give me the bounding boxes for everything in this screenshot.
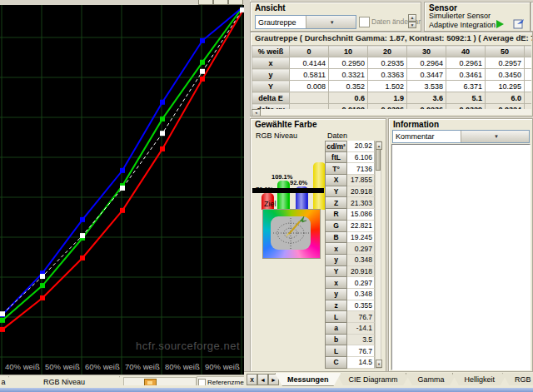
view-select-dropdown[interactable]: Grautreppe ▼ (255, 15, 356, 29)
color-target-image (262, 209, 321, 259)
table-horizontal-scrollbar[interactable]: ◄ (252, 109, 531, 115)
view-select-value: Grautreppe (256, 18, 306, 27)
chevron-down-icon[interactable]: ▼ (306, 16, 356, 28)
table-cell[interactable]: 6.0 (486, 92, 525, 104)
data-row: L76.7 (325, 345, 375, 357)
data-row-label: y (325, 289, 347, 300)
table-cell[interactable]: 0.3434 (525, 69, 532, 81)
data-row-label: ftL (325, 152, 347, 164)
selected-color-panel: Gewählte Farbe RGB Niveau Daten 72.1%109… (250, 118, 386, 373)
document-tab-bar: X ◄ ► MessungenCIE DiagrammGammaHelligke… (244, 371, 533, 386)
sensor-mode: Adaptive Integration (429, 21, 496, 29)
table-cell[interactable]: 0.2942 (525, 57, 532, 69)
measurements-title: Grautreppe ( Durchschnitt Gamma: 1.87, K… (251, 32, 532, 42)
data-row: z0.355 (325, 300, 375, 312)
chart-canvas[interactable] (0, 5, 244, 375)
table-cell[interactable]: 0.4144 (290, 57, 329, 69)
color-data-table: cd/m²20.92ftL6.106T°7136X17.855Y20.918Z2… (325, 141, 375, 369)
data-row-value: 3.5 (347, 335, 375, 346)
spinner-down-icon[interactable]: ▼ (408, 22, 416, 29)
table-row: y0.58110.33210.33630.34470.34610.34500.3… (252, 69, 532, 81)
rgb-level-bars: 72.1%109.1%92.0% (254, 141, 326, 194)
table-cell[interactable]: 0.352 (329, 81, 368, 92)
table-row: Y0.0080.3521.5023.5386.37110.29515.25220… (252, 81, 532, 92)
rgb-niveau-selector[interactable]: RGB Niveau (256, 131, 297, 140)
comment-dropdown[interactable]: Kommentar ▼ (392, 130, 530, 143)
table-header-row: % weiß01020304050607080 (252, 46, 532, 57)
table-cell[interactable]: 5.1 (446, 92, 486, 104)
x-axis-tick: 90% weiß (205, 362, 240, 371)
comment-text-area[interactable] (391, 144, 531, 370)
table-cell[interactable]: 1.9 (368, 92, 407, 104)
data-row-value: 14.5 (347, 357, 375, 369)
data-row: Z21.303 (325, 197, 375, 209)
table-cell[interactable]: 0.2964 (407, 57, 446, 69)
close-tab-button[interactable]: X (247, 374, 257, 385)
tab-strip: MessungenCIE DiagrammGammaHelligkeitRGB … (280, 373, 533, 385)
data-row-value: 0.297 (347, 277, 375, 289)
table-cell[interactable]: 0.3321 (329, 69, 368, 81)
table-cell[interactable]: 3.538 (407, 81, 446, 92)
spinner-up-icon[interactable]: ▲ (408, 14, 416, 22)
series-Grün (2, 7, 242, 320)
table-cell[interactable]: 6.8 (525, 92, 532, 104)
table-cell[interactable]: 0.2957 (486, 57, 525, 69)
table-cell[interactable]: 0.6 (329, 92, 368, 104)
tab-helligkeit[interactable]: Helligkeit (452, 373, 508, 386)
table-cell[interactable]: 6.371 (446, 81, 486, 92)
table-cell[interactable]: 3.6 (407, 92, 446, 104)
data-row-value: -14.1 (347, 323, 375, 335)
table-cell[interactable]: 0.2935 (368, 57, 407, 69)
comment-dropdown-value: Kommentar (393, 132, 461, 141)
sensor-config-icon[interactable] (513, 18, 526, 31)
measurements-table-wrap: % weiß01020304050607080x0.41440.29500.29… (252, 45, 531, 109)
data-row-label: L (325, 311, 347, 323)
tab-gamma[interactable]: Gamma (406, 373, 457, 386)
table-cell[interactable]: 0.3363 (368, 69, 407, 81)
table-cell[interactable]: 0.3461 (446, 69, 486, 81)
data-row-value: 20.92 (347, 141, 375, 152)
table-cell[interactable]: 1.502 (368, 81, 407, 92)
tab-cie-diagramm[interactable]: CIE Diagramm (336, 373, 411, 386)
scroll-down-icon[interactable]: ▼ (376, 360, 382, 368)
table-cell[interactable]: 0.3450 (486, 69, 525, 81)
data-row: x0.297 (325, 277, 375, 289)
table-cell[interactable]: 10.295 (486, 81, 525, 92)
table-cell[interactable]: 15.252 (525, 81, 532, 92)
tab-messungen[interactable]: Messungen (275, 373, 341, 386)
data-row: R15.086 (325, 209, 375, 221)
value-spinner[interactable]: ▲ ▼ (408, 14, 416, 28)
daten-column-title: Daten (327, 131, 347, 140)
data-row-label: X (325, 175, 347, 186)
row-header: delta E (252, 92, 290, 104)
tab-rgb-niveau[interactable]: RGB Niveau (502, 373, 533, 386)
table-cell[interactable]: 0.2961 (446, 57, 486, 69)
table-cell[interactable] (290, 92, 329, 104)
daten-aenderbar-checkbox[interactable] (359, 17, 370, 27)
ansicht-title: Ansicht (251, 2, 421, 12)
data-row-label: T° (325, 163, 347, 175)
data-row-value: 0.348 (347, 289, 375, 300)
table-cell[interactable]: 0.5811 (290, 69, 329, 81)
row-header: Y (252, 81, 290, 92)
chevron-down-icon[interactable]: ▼ (461, 131, 529, 142)
scrollbar-thumb[interactable] (376, 149, 381, 171)
table-cell[interactable]: 0.008 (290, 81, 329, 92)
dart-icon (286, 216, 306, 237)
column-header: 0 (290, 46, 329, 57)
column-header: 20 (368, 46, 407, 57)
tab-scroll-left-icon[interactable]: ◄ (257, 374, 268, 385)
data-row: cd/m²20.92 (325, 141, 375, 152)
data-row-label: z (325, 300, 347, 312)
bar-chart-pedestal (252, 188, 324, 193)
table-cell[interactable]: 0.2950 (329, 57, 368, 69)
play-icon[interactable] (496, 20, 504, 28)
data-vertical-scrollbar[interactable]: ▲ ▼ (375, 141, 381, 369)
scroll-left-icon[interactable]: ◄ (252, 109, 261, 117)
gamma-curve-chart[interactable]: 40% weiß50% weiß60% weiß70% weiß80% weiß… (0, 5, 244, 375)
ansicht-panel: Ansicht Grautreppe ▼ Daten änderbar ▲ ▼ (250, 2, 421, 32)
measurements-panel: Grautreppe ( Durchschnitt Gamma: 1.87, K… (250, 32, 533, 117)
graph-window: 40% weiß50% weiß60% weiß70% weiß80% weiß… (0, 0, 244, 388)
table-cell[interactable]: 0.3447 (407, 69, 446, 81)
data-row-value: 20.918 (347, 266, 375, 278)
